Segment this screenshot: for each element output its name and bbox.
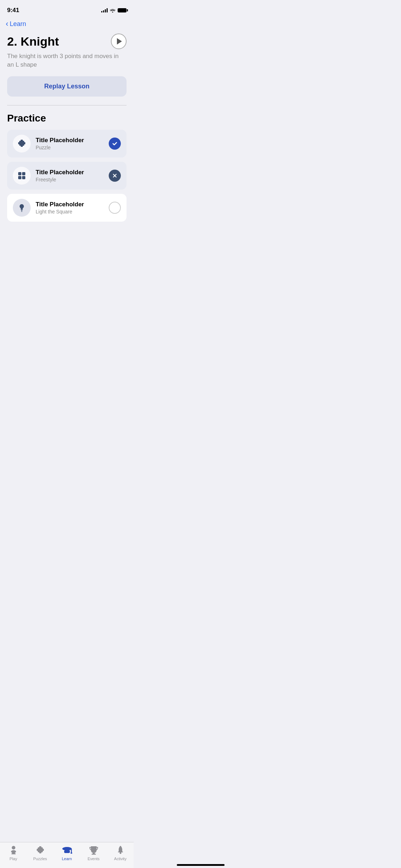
status-x-icon xyxy=(109,170,121,182)
lesson-description: The knight is worth 3 points and moves i… xyxy=(7,52,127,69)
practice-item-puzzle-text: Title Placeholder Puzzle xyxy=(36,137,109,150)
play-button[interactable] xyxy=(111,33,127,49)
back-label: Learn xyxy=(10,20,26,28)
back-chevron-icon: ‹ xyxy=(6,20,8,28)
practice-item-puzzle[interactable]: Title Placeholder Puzzle xyxy=(7,130,127,157)
play-triangle-icon xyxy=(117,38,122,45)
svg-rect-2 xyxy=(18,176,21,179)
status-icons xyxy=(101,8,127,12)
main-content: 2. Knight The knight is worth 3 points a… xyxy=(0,31,134,222)
title-row: 2. Knight xyxy=(7,33,127,49)
practice-item-lightsquare-subtitle: Light the Square xyxy=(36,209,109,215)
status-check-icon xyxy=(109,138,121,150)
freestyle-icon-wrap xyxy=(13,167,31,185)
puzzle-icon-wrap xyxy=(13,135,31,153)
practice-item-lightsquare[interactable]: Title Placeholder Light the Square xyxy=(7,194,127,222)
battery-icon xyxy=(118,8,127,12)
freestyle-icon xyxy=(17,171,27,181)
status-time: 9:41 xyxy=(7,7,19,14)
practice-item-freestyle-subtitle: Freestyle xyxy=(36,177,109,182)
lightbulb-icon xyxy=(17,203,27,213)
practice-item-puzzle-subtitle: Puzzle xyxy=(36,145,109,150)
practice-item-lightsquare-title: Title Placeholder xyxy=(36,201,109,208)
svg-rect-3 xyxy=(22,176,25,179)
lightbulb-icon-wrap xyxy=(13,199,31,217)
practice-item-puzzle-title: Title Placeholder xyxy=(36,137,109,144)
practice-item-freestyle[interactable]: Title Placeholder Freestyle xyxy=(7,162,127,190)
section-divider xyxy=(7,105,127,105)
practice-item-freestyle-title: Title Placeholder xyxy=(36,169,109,176)
wifi-icon xyxy=(110,8,115,12)
practice-item-freestyle-text: Title Placeholder Freestyle xyxy=(36,169,109,182)
signal-bars-icon xyxy=(101,8,108,12)
practice-item-lightsquare-text: Title Placeholder Light the Square xyxy=(36,201,109,215)
lesson-title: 2. Knight xyxy=(7,35,59,48)
status-bar: 9:41 xyxy=(0,0,134,16)
checkmark-icon xyxy=(112,140,118,147)
svg-rect-5 xyxy=(21,211,22,212)
puzzle-icon xyxy=(17,139,27,149)
svg-rect-4 xyxy=(21,210,22,211)
x-icon xyxy=(112,173,118,179)
svg-rect-0 xyxy=(18,172,21,175)
practice-list: Title Placeholder Puzzle Title Plac xyxy=(7,130,127,222)
status-empty-icon xyxy=(109,202,121,214)
svg-rect-1 xyxy=(22,172,25,175)
replay-lesson-button[interactable]: Replay Lesson xyxy=(7,76,127,97)
back-button[interactable]: ‹ Learn xyxy=(0,16,134,31)
practice-section-title: Practice xyxy=(7,113,127,124)
